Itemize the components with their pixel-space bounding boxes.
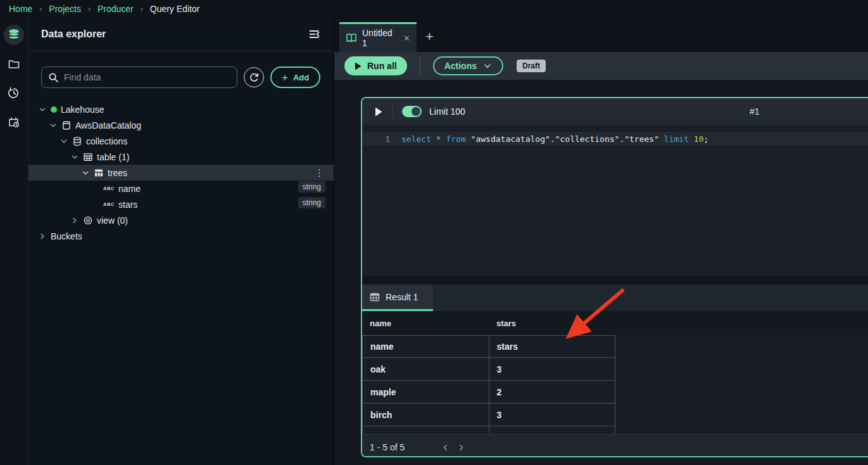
history-clock-icon xyxy=(8,87,20,99)
tree-item-column-stars[interactable]: ABC stars string xyxy=(28,196,334,212)
table-cell[interactable]: maple xyxy=(363,381,489,403)
table-row: birch 3 xyxy=(362,404,615,426)
folder-icon xyxy=(8,58,20,70)
string-type-icon: ABC xyxy=(103,186,115,191)
breadcrumb-home[interactable]: Home xyxy=(9,4,32,14)
files-nav-button[interactable] xyxy=(4,54,24,74)
tree-item-collections[interactable]: collections xyxy=(28,133,334,149)
refresh-button[interactable] xyxy=(244,67,264,87)
tree-item-label: table (1) xyxy=(97,152,129,162)
tree-item-view-group[interactable]: view (0) xyxy=(28,212,334,228)
tree-item-label: collections xyxy=(86,136,127,146)
add-button-label: Add xyxy=(293,73,309,82)
sql-operator: * xyxy=(436,134,446,144)
breadcrumb-projects[interactable]: Projects xyxy=(49,4,81,14)
chevron-down-icon[interactable] xyxy=(60,137,68,146)
find-data-search[interactable] xyxy=(41,67,237,88)
query-editor-main: Untitled 1 ✕ + Run all Actions Draft xyxy=(334,17,868,465)
run-all-button[interactable]: Run all xyxy=(344,56,407,75)
previous-page-button[interactable] xyxy=(441,443,450,452)
table-grid-icon xyxy=(83,152,93,162)
data-tree: Lakehouse AwsDataCatalog xyxy=(28,101,334,244)
next-page-button[interactable] xyxy=(457,443,465,452)
chevron-down-icon[interactable] xyxy=(70,153,79,162)
editor-toolbar: Run all Actions Draft xyxy=(334,52,868,80)
table-row: oak 3 xyxy=(362,358,615,381)
refresh-icon xyxy=(249,72,260,83)
tree-item-column-name[interactable]: ABC name string xyxy=(28,181,334,196)
limit-toggle[interactable] xyxy=(402,106,422,117)
tab-untitled-1[interactable]: Untitled 1 ✕ xyxy=(339,22,417,52)
tree-item-trees[interactable]: trees ⋮ xyxy=(28,165,334,181)
tree-item-label: trees xyxy=(108,168,127,178)
table-cell[interactable]: birch xyxy=(363,404,489,426)
tree-item-label: Lakehouse xyxy=(61,105,104,115)
sql-semicolon: ; xyxy=(703,134,708,144)
tree-item-awsdatacatalog[interactable]: AwsDataCatalog xyxy=(28,117,334,133)
status-dot-icon xyxy=(51,106,57,113)
table-cell[interactable]: oak xyxy=(363,358,489,380)
notebook-book-icon xyxy=(346,32,357,44)
cell-number: #1 xyxy=(750,106,760,117)
result-grid-body: name stars oak 3 maple 2 birch 3 xyxy=(362,335,868,434)
close-tab-icon[interactable]: ✕ xyxy=(403,34,410,43)
tab-result-1[interactable]: Result 1 xyxy=(362,284,433,311)
string-type-icon: ABC xyxy=(103,201,115,207)
cell-section-divider xyxy=(362,276,868,284)
new-tab-button[interactable]: + xyxy=(425,30,434,44)
column-header-stars: stars xyxy=(489,319,516,328)
table-cell[interactable]: 3 xyxy=(489,358,616,380)
actions-label: Actions xyxy=(444,61,477,71)
add-data-button[interactable]: + Add xyxy=(270,67,320,88)
data-explorer-panel: Data explorer xyxy=(28,17,334,465)
sql-table-identifier: "awsdatacatalog"."collections"."trees" xyxy=(471,134,664,144)
tree-item-lakehouse[interactable]: Lakehouse xyxy=(28,101,334,117)
result-tab-label: Result 1 xyxy=(386,292,418,302)
table-cell[interactable]: stars xyxy=(489,336,616,357)
table-cell[interactable]: 2 xyxy=(489,381,616,403)
breadcrumb-separator: › xyxy=(39,4,42,13)
catalog-book-icon xyxy=(61,120,72,131)
history-nav-button[interactable] xyxy=(4,83,24,103)
chevron-down-icon[interactable] xyxy=(49,121,58,130)
table-row: maple 2 xyxy=(362,381,615,404)
sql-keyword: limit xyxy=(664,134,694,144)
tree-item-table-group[interactable]: table (1) xyxy=(28,149,334,165)
table-cell[interactable]: name xyxy=(363,336,489,357)
tree-item-label: Buckets xyxy=(51,231,82,241)
chevron-right-icon[interactable] xyxy=(38,232,47,241)
search-input[interactable] xyxy=(64,72,230,82)
kebab-menu-icon[interactable]: ⋮ xyxy=(315,167,324,179)
results-tab-bar: Result 1 xyxy=(362,284,868,311)
data-explorer-nav-button[interactable] xyxy=(4,25,24,45)
chevron-down-icon[interactable] xyxy=(38,105,47,114)
code-line-1: 1 select * from "awsdatacatalog"."collec… xyxy=(362,132,868,146)
table-cell[interactable]: 3 xyxy=(489,404,616,426)
breadcrumb-producer[interactable]: Producer xyxy=(97,4,134,14)
panel-title: Data explorer xyxy=(41,29,106,40)
sql-code-editor[interactable]: 1 select * from "awsdatacatalog"."collec… xyxy=(362,125,868,276)
actions-dropdown-button[interactable]: Actions xyxy=(433,56,503,75)
column-header-name: name xyxy=(362,319,489,328)
chevron-right-icon[interactable] xyxy=(70,216,79,225)
scheduled-queries-nav-button[interactable] xyxy=(4,112,24,132)
tree-item-label: name xyxy=(118,184,141,194)
line-number: 1 xyxy=(362,134,390,144)
plus-icon: + xyxy=(282,72,288,83)
cell-header-divider xyxy=(393,104,393,119)
tree-item-label: AwsDataCatalog xyxy=(75,120,141,131)
chevron-down-icon[interactable] xyxy=(81,169,90,177)
search-icon xyxy=(48,72,59,83)
left-nav-rail xyxy=(0,17,28,465)
breadcrumb: Home › Projects › Producer › Query Edito… xyxy=(0,0,868,17)
run-cell-button[interactable] xyxy=(375,107,382,117)
tree-item-buckets[interactable]: Buckets xyxy=(28,228,334,244)
column-type-badge: string xyxy=(298,197,325,208)
collapse-panel-icon[interactable] xyxy=(308,28,321,41)
query-cell: Limit 100 #1 1 select * from "awsdatacat… xyxy=(361,97,868,457)
editor-tab-strip: Untitled 1 ✕ + xyxy=(334,17,868,52)
column-type-badge: string xyxy=(298,181,325,193)
sql-keyword: from xyxy=(446,134,470,144)
sql-keyword: select xyxy=(401,134,436,144)
play-icon xyxy=(355,62,362,70)
